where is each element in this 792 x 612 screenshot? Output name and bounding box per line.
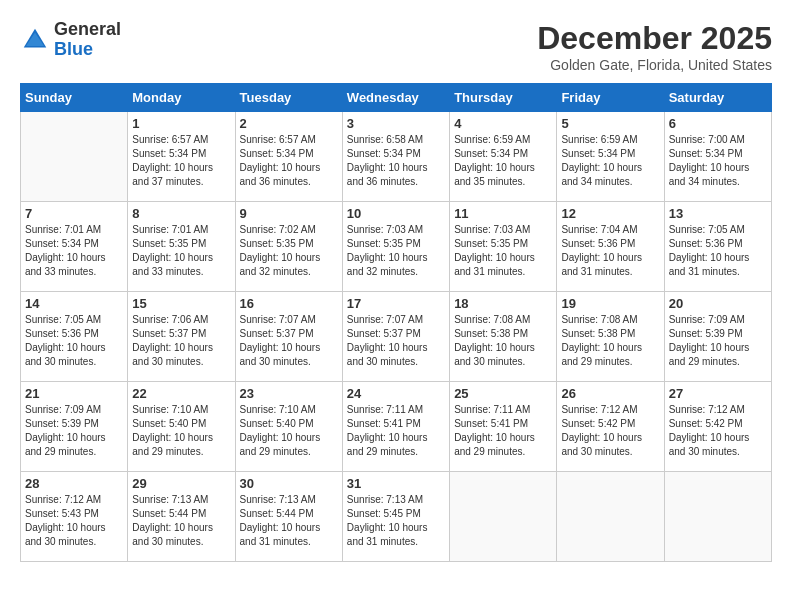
- calendar-cell: 25Sunrise: 7:11 AM Sunset: 5:41 PM Dayli…: [450, 382, 557, 472]
- day-number: 18: [454, 296, 552, 311]
- calendar-cell: 6Sunrise: 7:00 AM Sunset: 5:34 PM Daylig…: [664, 112, 771, 202]
- day-number: 7: [25, 206, 123, 221]
- day-number: 3: [347, 116, 445, 131]
- calendar-cell: 15Sunrise: 7:06 AM Sunset: 5:37 PM Dayli…: [128, 292, 235, 382]
- calendar-cell: 2Sunrise: 6:57 AM Sunset: 5:34 PM Daylig…: [235, 112, 342, 202]
- day-number: 8: [132, 206, 230, 221]
- calendar-cell: 31Sunrise: 7:13 AM Sunset: 5:45 PM Dayli…: [342, 472, 449, 562]
- day-number: 25: [454, 386, 552, 401]
- calendar-header-sunday: Sunday: [21, 84, 128, 112]
- calendar-cell: 22Sunrise: 7:10 AM Sunset: 5:40 PM Dayli…: [128, 382, 235, 472]
- calendar-cell: 3Sunrise: 6:58 AM Sunset: 5:34 PM Daylig…: [342, 112, 449, 202]
- day-number: 30: [240, 476, 338, 491]
- logo-text: General Blue: [54, 20, 121, 60]
- day-info: Sunrise: 6:57 AM Sunset: 5:34 PM Dayligh…: [132, 133, 230, 189]
- calendar-cell: 13Sunrise: 7:05 AM Sunset: 5:36 PM Dayli…: [664, 202, 771, 292]
- day-info: Sunrise: 7:07 AM Sunset: 5:37 PM Dayligh…: [240, 313, 338, 369]
- calendar-cell: 24Sunrise: 7:11 AM Sunset: 5:41 PM Dayli…: [342, 382, 449, 472]
- day-info: Sunrise: 7:10 AM Sunset: 5:40 PM Dayligh…: [240, 403, 338, 459]
- calendar-cell: 11Sunrise: 7:03 AM Sunset: 5:35 PM Dayli…: [450, 202, 557, 292]
- day-number: 31: [347, 476, 445, 491]
- day-number: 29: [132, 476, 230, 491]
- day-info: Sunrise: 7:11 AM Sunset: 5:41 PM Dayligh…: [347, 403, 445, 459]
- calendar-header-saturday: Saturday: [664, 84, 771, 112]
- calendar-cell: 20Sunrise: 7:09 AM Sunset: 5:39 PM Dayli…: [664, 292, 771, 382]
- calendar-cell: 1Sunrise: 6:57 AM Sunset: 5:34 PM Daylig…: [128, 112, 235, 202]
- day-number: 17: [347, 296, 445, 311]
- day-info: Sunrise: 6:58 AM Sunset: 5:34 PM Dayligh…: [347, 133, 445, 189]
- calendar-cell: 18Sunrise: 7:08 AM Sunset: 5:38 PM Dayli…: [450, 292, 557, 382]
- day-info: Sunrise: 7:01 AM Sunset: 5:35 PM Dayligh…: [132, 223, 230, 279]
- logo: General Blue: [20, 20, 121, 60]
- day-number: 26: [561, 386, 659, 401]
- day-number: 4: [454, 116, 552, 131]
- day-number: 5: [561, 116, 659, 131]
- day-number: 15: [132, 296, 230, 311]
- day-number: 11: [454, 206, 552, 221]
- day-info: Sunrise: 7:10 AM Sunset: 5:40 PM Dayligh…: [132, 403, 230, 459]
- day-number: 13: [669, 206, 767, 221]
- day-info: Sunrise: 7:04 AM Sunset: 5:36 PM Dayligh…: [561, 223, 659, 279]
- day-info: Sunrise: 7:13 AM Sunset: 5:44 PM Dayligh…: [240, 493, 338, 549]
- calendar-cell: 26Sunrise: 7:12 AM Sunset: 5:42 PM Dayli…: [557, 382, 664, 472]
- calendar-cell: 17Sunrise: 7:07 AM Sunset: 5:37 PM Dayli…: [342, 292, 449, 382]
- day-info: Sunrise: 7:12 AM Sunset: 5:42 PM Dayligh…: [669, 403, 767, 459]
- day-info: Sunrise: 7:08 AM Sunset: 5:38 PM Dayligh…: [454, 313, 552, 369]
- title-section: December 2025 Golden Gate, Florida, Unit…: [537, 20, 772, 73]
- calendar-cell: 28Sunrise: 7:12 AM Sunset: 5:43 PM Dayli…: [21, 472, 128, 562]
- calendar-cell: 30Sunrise: 7:13 AM Sunset: 5:44 PM Dayli…: [235, 472, 342, 562]
- day-info: Sunrise: 7:12 AM Sunset: 5:43 PM Dayligh…: [25, 493, 123, 549]
- calendar-cell: 29Sunrise: 7:13 AM Sunset: 5:44 PM Dayli…: [128, 472, 235, 562]
- day-info: Sunrise: 7:06 AM Sunset: 5:37 PM Dayligh…: [132, 313, 230, 369]
- day-info: Sunrise: 7:00 AM Sunset: 5:34 PM Dayligh…: [669, 133, 767, 189]
- logo-icon: [20, 25, 50, 55]
- calendar-cell: 8Sunrise: 7:01 AM Sunset: 5:35 PM Daylig…: [128, 202, 235, 292]
- calendar-cell: [450, 472, 557, 562]
- day-number: 16: [240, 296, 338, 311]
- day-info: Sunrise: 7:01 AM Sunset: 5:34 PM Dayligh…: [25, 223, 123, 279]
- day-info: Sunrise: 7:02 AM Sunset: 5:35 PM Dayligh…: [240, 223, 338, 279]
- calendar-cell: 5Sunrise: 6:59 AM Sunset: 5:34 PM Daylig…: [557, 112, 664, 202]
- day-info: Sunrise: 7:13 AM Sunset: 5:45 PM Dayligh…: [347, 493, 445, 549]
- calendar-week-5: 28Sunrise: 7:12 AM Sunset: 5:43 PM Dayli…: [21, 472, 772, 562]
- day-info: Sunrise: 7:03 AM Sunset: 5:35 PM Dayligh…: [454, 223, 552, 279]
- calendar-cell: [557, 472, 664, 562]
- day-number: 10: [347, 206, 445, 221]
- calendar-cell: 23Sunrise: 7:10 AM Sunset: 5:40 PM Dayli…: [235, 382, 342, 472]
- subtitle: Golden Gate, Florida, United States: [537, 57, 772, 73]
- calendar-cell: 19Sunrise: 7:08 AM Sunset: 5:38 PM Dayli…: [557, 292, 664, 382]
- calendar-header-monday: Monday: [128, 84, 235, 112]
- day-number: 2: [240, 116, 338, 131]
- calendar-cell: 27Sunrise: 7:12 AM Sunset: 5:42 PM Dayli…: [664, 382, 771, 472]
- calendar-cell: 12Sunrise: 7:04 AM Sunset: 5:36 PM Dayli…: [557, 202, 664, 292]
- calendar-week-2: 7Sunrise: 7:01 AM Sunset: 5:34 PM Daylig…: [21, 202, 772, 292]
- day-number: 22: [132, 386, 230, 401]
- day-number: 14: [25, 296, 123, 311]
- calendar-header-wednesday: Wednesday: [342, 84, 449, 112]
- day-number: 1: [132, 116, 230, 131]
- day-number: 19: [561, 296, 659, 311]
- calendar-cell: 9Sunrise: 7:02 AM Sunset: 5:35 PM Daylig…: [235, 202, 342, 292]
- calendar-week-4: 21Sunrise: 7:09 AM Sunset: 5:39 PM Dayli…: [21, 382, 772, 472]
- page-header: General Blue December 2025 Golden Gate, …: [20, 20, 772, 73]
- calendar-week-1: 1Sunrise: 6:57 AM Sunset: 5:34 PM Daylig…: [21, 112, 772, 202]
- day-info: Sunrise: 7:12 AM Sunset: 5:42 PM Dayligh…: [561, 403, 659, 459]
- logo-general: General: [54, 20, 121, 40]
- calendar-header-row: SundayMondayTuesdayWednesdayThursdayFrid…: [21, 84, 772, 112]
- calendar-cell: 4Sunrise: 6:59 AM Sunset: 5:34 PM Daylig…: [450, 112, 557, 202]
- day-number: 23: [240, 386, 338, 401]
- calendar-header-thursday: Thursday: [450, 84, 557, 112]
- calendar-header-friday: Friday: [557, 84, 664, 112]
- day-info: Sunrise: 7:09 AM Sunset: 5:39 PM Dayligh…: [25, 403, 123, 459]
- day-number: 28: [25, 476, 123, 491]
- calendar-week-3: 14Sunrise: 7:05 AM Sunset: 5:36 PM Dayli…: [21, 292, 772, 382]
- calendar-cell: 7Sunrise: 7:01 AM Sunset: 5:34 PM Daylig…: [21, 202, 128, 292]
- day-info: Sunrise: 6:57 AM Sunset: 5:34 PM Dayligh…: [240, 133, 338, 189]
- day-number: 27: [669, 386, 767, 401]
- day-info: Sunrise: 6:59 AM Sunset: 5:34 PM Dayligh…: [561, 133, 659, 189]
- calendar-cell: [21, 112, 128, 202]
- day-info: Sunrise: 7:08 AM Sunset: 5:38 PM Dayligh…: [561, 313, 659, 369]
- calendar-cell: [664, 472, 771, 562]
- day-info: Sunrise: 7:05 AM Sunset: 5:36 PM Dayligh…: [25, 313, 123, 369]
- day-info: Sunrise: 7:09 AM Sunset: 5:39 PM Dayligh…: [669, 313, 767, 369]
